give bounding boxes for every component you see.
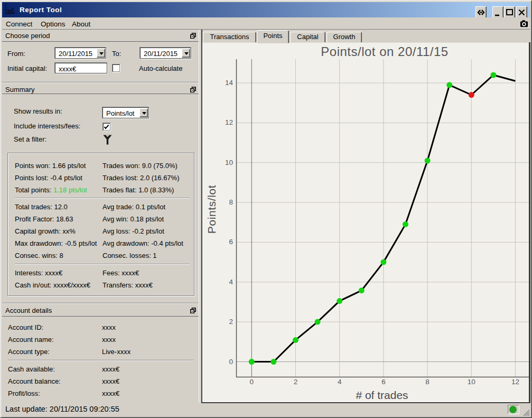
svg-text:2: 2	[229, 318, 233, 326]
svg-text:2: 2	[294, 378, 298, 386]
svg-text:6: 6	[381, 378, 386, 386]
svg-text:4: 4	[338, 378, 342, 386]
svg-text:14: 14	[225, 79, 234, 87]
svg-text:Points/lot on 20/11/15: Points/lot on 20/11/15	[321, 44, 448, 59]
svg-text:8: 8	[229, 198, 233, 206]
svg-text:0: 0	[250, 378, 254, 386]
svg-text:# of trades: # of trades	[356, 389, 408, 401]
svg-text:12: 12	[511, 378, 519, 386]
svg-text:6: 6	[229, 238, 233, 246]
svg-text:4: 4	[229, 278, 233, 286]
svg-text:10: 10	[468, 378, 475, 386]
svg-text:Points/lot: Points/lot	[206, 185, 218, 234]
svg-text:12: 12	[225, 118, 233, 126]
svg-text:10: 10	[225, 159, 233, 166]
svg-text:0: 0	[229, 358, 233, 366]
svg-text:8: 8	[425, 378, 430, 386]
